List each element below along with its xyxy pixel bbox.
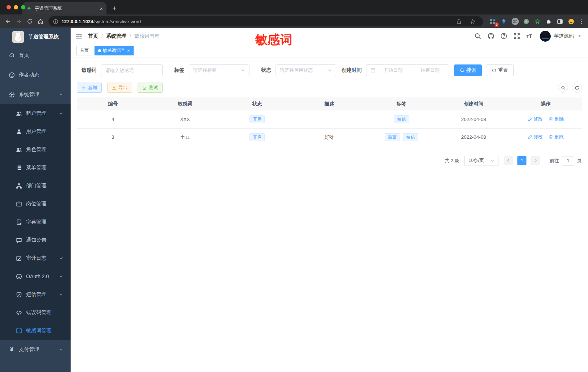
filter-form: 敏感词 标签 请选择标签 状态 请选择启用状态 创建时间 开始日 xyxy=(81,64,582,76)
sidebar-item-post[interactable]: 岗位管理 xyxy=(0,195,71,213)
back-button[interactable] xyxy=(3,16,13,26)
roles-icon xyxy=(16,147,22,153)
browser-tab[interactable]: ♣ 芋道管理系统 × xyxy=(22,2,106,14)
extensions-puzzle-icon[interactable] xyxy=(544,17,553,26)
extension-command-icon[interactable]: ⌘ xyxy=(511,17,520,26)
date-range-picker[interactable]: 开始日期 - 结束日期 xyxy=(366,64,449,76)
prev-page-button[interactable] xyxy=(504,156,513,165)
user-menu[interactable]: 芋道源码 xyxy=(540,31,581,42)
extension-gem-icon[interactable] xyxy=(499,17,508,26)
search-button[interactable]: 搜索 xyxy=(454,64,482,76)
toggle-search-button[interactable] xyxy=(558,83,568,93)
sidebar-item-dict[interactable]: 字典管理 xyxy=(0,213,71,231)
keyword-input[interactable] xyxy=(101,64,163,76)
extension-record-icon[interactable] xyxy=(522,17,531,26)
view-tab-label: 首页 xyxy=(80,47,89,54)
table-toolbar: 新增 导出 测试 xyxy=(77,83,582,93)
sidebar-item-sensitive[interactable]: 敏感词管理 xyxy=(0,322,71,340)
sidebar-item-notice[interactable]: 通知公告 xyxy=(0,231,71,249)
log-icon xyxy=(16,255,22,262)
zoom-window-button[interactable] xyxy=(21,5,25,9)
extension-grid-icon[interactable]: 9 xyxy=(488,17,497,26)
delete-link[interactable]: 删除 xyxy=(549,134,564,140)
home-button[interactable] xyxy=(35,16,46,26)
add-button[interactable]: 新增 xyxy=(77,83,102,93)
minimize-window-button[interactable] xyxy=(14,5,18,9)
side-panel-icon[interactable] xyxy=(555,17,564,26)
tab-close-icon[interactable]: × xyxy=(100,5,103,12)
font-size-icon[interactable]: TT xyxy=(526,33,532,39)
post-icon xyxy=(16,201,22,207)
sidebar-item-oauth[interactable]: OAuth 2.0 xyxy=(0,267,71,285)
sidebar-item-label: 字典管理 xyxy=(26,219,46,225)
table-body: 4XXX开启短信2022-04-08修改删除3土豆开启好呀蔬菜短信2022-04… xyxy=(77,110,582,146)
browser-menu-icon[interactable]: ⋮ xyxy=(578,18,585,25)
refresh-table-button[interactable] xyxy=(572,83,582,93)
new-tab-button[interactable]: + xyxy=(109,3,119,13)
plus-icon xyxy=(81,85,86,90)
next-page-button[interactable] xyxy=(531,156,540,165)
search-icon[interactable] xyxy=(474,33,481,39)
test-button[interactable]: 测试 xyxy=(138,83,163,93)
export-button[interactable]: 导出 xyxy=(107,83,132,93)
column-header: 操作 xyxy=(510,97,582,110)
org-icon xyxy=(16,183,22,189)
view-tab-首页[interactable]: 首页 xyxy=(76,46,92,55)
notice-icon xyxy=(16,237,22,243)
status-badge: 开启 xyxy=(249,115,265,123)
keyword-label: 敏感词 xyxy=(81,67,97,74)
close-icon[interactable]: × xyxy=(127,48,130,53)
tag-select[interactable]: 请选择标签 xyxy=(189,64,249,76)
sidebar-item-pay[interactable]: ¥支付管理 xyxy=(0,340,71,359)
app-logo-bar[interactable]: 芋道管理系统 xyxy=(0,28,71,46)
calendar-icon xyxy=(370,68,375,73)
delete-link[interactable]: 删除 xyxy=(549,116,564,122)
share-icon[interactable] xyxy=(456,19,462,24)
cell-word: XXX xyxy=(149,110,221,128)
sidebar-item-author[interactable]: 作者动态 xyxy=(0,65,71,85)
reset-button[interactable]: 重置 xyxy=(486,64,514,76)
sidebar-item-tenant[interactable]: 租户管理 xyxy=(0,104,71,122)
breadcrumb-item[interactable]: 首页 xyxy=(88,33,98,39)
help-icon[interactable] xyxy=(500,33,507,39)
dashboard-icon xyxy=(9,53,15,59)
edit-link[interactable]: 修改 xyxy=(528,134,543,140)
sidebar-item-sms[interactable]: 短信管理 xyxy=(0,285,71,304)
extension-green-star-icon[interactable] xyxy=(533,17,542,26)
view-tab-敏感词管理[interactable]: 敏感词管理× xyxy=(94,46,134,55)
sidebar-collapse-button[interactable] xyxy=(71,28,87,44)
sidebar-item-role[interactable]: 角色管理 xyxy=(0,141,71,159)
sidebar-item-log[interactable]: 审计日志 xyxy=(0,249,71,267)
page-size-select[interactable]: 10条/页 xyxy=(464,156,499,166)
breadcrumb-item[interactable]: 系统管理 xyxy=(106,33,126,39)
sidebar-item-home[interactable]: 首页 xyxy=(0,46,71,65)
cell-status: 开启 xyxy=(221,128,293,146)
close-window-button[interactable] xyxy=(7,5,11,9)
profile-avatar[interactable] xyxy=(567,17,576,26)
sidebar-item-label: 作者动态 xyxy=(19,72,39,78)
browser-tabstrip: ♣ 芋道管理系统 × + xyxy=(0,0,588,14)
site-info-icon[interactable] xyxy=(53,19,58,24)
sidebar-item-dept[interactable]: 部门管理 xyxy=(0,177,71,195)
document-check-icon xyxy=(142,85,147,90)
sidebar-item-menu[interactable]: 菜单管理 xyxy=(0,159,71,177)
sidebar-item-errcode[interactable]: 错误码管理 xyxy=(0,304,71,322)
forward-button[interactable] xyxy=(14,16,24,26)
breadcrumb-separator: / xyxy=(101,33,103,39)
sidebar-item-system[interactable]: 系统管理 xyxy=(0,85,71,104)
date-label: 创建时间 xyxy=(341,67,362,74)
reload-button[interactable] xyxy=(25,16,35,26)
edit-pen-icon xyxy=(528,117,532,122)
goto-page-input[interactable] xyxy=(562,156,574,166)
address-bar[interactable]: 127.0.0.1:1024/system/sensitive-word xyxy=(49,16,483,26)
fullscreen-icon[interactable] xyxy=(513,33,520,39)
github-icon[interactable] xyxy=(487,33,494,39)
status-badge: 开启 xyxy=(249,133,265,141)
current-page-button[interactable]: 1 xyxy=(517,156,526,165)
bookmark-star-icon[interactable] xyxy=(470,19,475,24)
sidebar-item-user[interactable]: 用户管理 xyxy=(0,122,71,141)
column-header: 敏感词 xyxy=(149,97,221,110)
edit-link[interactable]: 修改 xyxy=(528,116,543,122)
sidebar-item-label: 部门管理 xyxy=(26,183,46,189)
status-select[interactable]: 请选择启用状态 xyxy=(276,64,336,76)
